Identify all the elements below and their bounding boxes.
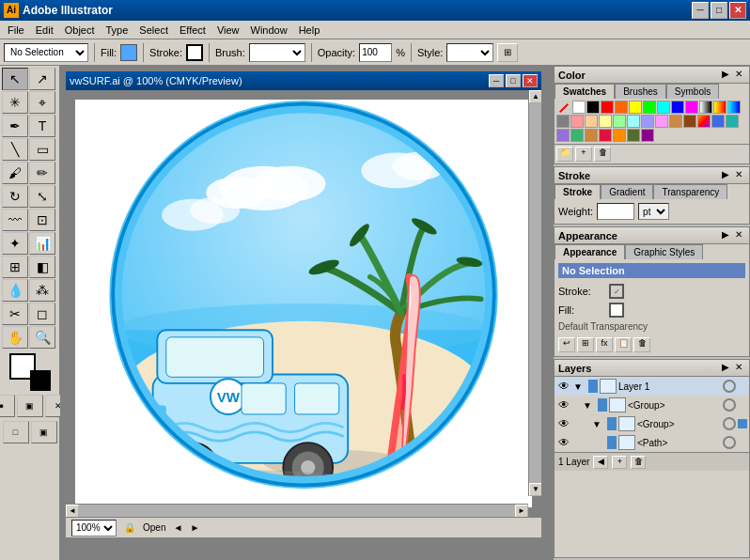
free-transform-tool[interactable]: ⊡ — [29, 209, 55, 231]
appear-btn-4[interactable]: 📋 — [615, 337, 632, 352]
swatch-teal[interactable] — [726, 115, 739, 128]
layer2-target[interactable] — [723, 398, 736, 412]
stroke-swatch[interactable] — [30, 370, 51, 391]
scale-tool[interactable]: ⤡ — [29, 185, 55, 208]
swatch-gradient3[interactable] — [727, 101, 741, 114]
type-tool[interactable]: T — [29, 115, 55, 137]
pen-tool[interactable]: ✒ — [2, 115, 28, 137]
swatch-white[interactable] — [572, 101, 586, 114]
scroll-down-btn[interactable]: ▼ — [529, 483, 541, 496]
rectangle-tool[interactable]: ▭ — [29, 138, 55, 161]
menu-effect[interactable]: Effect — [174, 23, 211, 38]
vertical-scrollbar[interactable]: ▲ ▼ — [528, 90, 541, 496]
layer2-vis[interactable]: 👁 — [556, 397, 571, 412]
layer3-vis[interactable]: 👁 — [556, 416, 571, 431]
color-mode-btn[interactable]: ● — [0, 395, 15, 417]
menu-help[interactable]: Help — [293, 23, 326, 38]
normal-mode-btn[interactable]: □ — [3, 421, 29, 443]
layer1-expand[interactable]: ▼ — [573, 381, 586, 392]
new-swatch-btn[interactable]: + — [575, 147, 592, 162]
appear-btn-2[interactable]: ⊞ — [577, 337, 594, 352]
swatch-brown2[interactable] — [683, 115, 696, 128]
mesh-tool[interactable]: ⊞ — [2, 256, 28, 278]
magic-wand-tool[interactable]: ✳ — [2, 91, 28, 114]
scroll-track-h[interactable] — [79, 505, 515, 517]
swatch-lt-yellow[interactable] — [599, 115, 612, 128]
swatch-dk-orange[interactable] — [613, 129, 626, 142]
stroke-color-box[interactable] — [186, 44, 203, 61]
column-graph-tool[interactable]: 📊 — [29, 232, 55, 255]
stroke-appear-icon[interactable]: ✓ — [609, 284, 624, 299]
scroll-up-btn[interactable]: ▲ — [529, 90, 541, 103]
tab-appearance[interactable]: Appearance — [555, 244, 625, 259]
fullscreen-mode-btn[interactable]: ▣ — [31, 421, 57, 443]
rotate-tool[interactable]: ↻ — [2, 185, 28, 208]
swatch-orange[interactable] — [615, 101, 628, 114]
layer1-vis[interactable]: 👁 — [556, 379, 571, 394]
gradient-mode-btn[interactable]: ▣ — [17, 395, 43, 417]
layer-delete-btn[interactable]: 🗑 — [631, 456, 646, 469]
swatch-dk-magenta[interactable] — [641, 129, 654, 142]
swatch-none[interactable] — [556, 101, 571, 114]
nav-left-btn[interactable]: ◄ — [173, 522, 182, 533]
swatch-black[interactable] — [586, 101, 600, 114]
swatch-gradient1[interactable] — [699, 101, 712, 114]
layer3-expand[interactable]: ▼ — [592, 419, 605, 429]
eraser-tool[interactable]: ◻ — [29, 303, 55, 325]
zoom-tool[interactable]: 🔍 — [29, 326, 55, 349]
fill-color-box[interactable] — [120, 44, 137, 61]
menu-edit[interactable]: Edit — [30, 23, 59, 38]
swatch-blue[interactable] — [671, 101, 684, 114]
direct-selection-tool[interactable]: ↗ — [29, 68, 55, 90]
swatch-red[interactable] — [601, 101, 614, 114]
swatch-royal[interactable] — [711, 115, 725, 128]
opacity-input[interactable] — [359, 43, 392, 62]
line-tool[interactable]: ╲ — [2, 138, 28, 161]
layer2-expand[interactable]: ▼ — [583, 400, 596, 411]
appear-btn-5[interactable]: 🗑 — [633, 337, 650, 352]
selection-tool[interactable]: ↖ — [2, 68, 28, 90]
close-button[interactable]: ✕ — [729, 2, 746, 19]
menu-select[interactable]: Select — [133, 23, 174, 38]
horizontal-scrollbar[interactable]: ◄ ► — [66, 504, 528, 517]
scroll-left-btn[interactable]: ◄ — [66, 505, 79, 517]
scroll-right-btn[interactable]: ► — [515, 505, 528, 517]
swatch-magenta[interactable] — [685, 101, 698, 114]
eyedropper-tool[interactable]: 💧 — [2, 279, 28, 302]
tab-brushes[interactable]: Brushes — [615, 84, 666, 99]
swatch-lt-green[interactable] — [613, 115, 626, 128]
layer4-vis[interactable]: 👁 — [556, 435, 571, 450]
swatch-pinklt[interactable] — [570, 115, 584, 128]
minimize-button[interactable]: ─ — [692, 2, 709, 19]
layer4-target[interactable] — [723, 436, 736, 449]
swatch-dk-olive[interactable] — [627, 129, 640, 142]
menu-type[interactable]: Type — [101, 23, 134, 38]
swatch-green[interactable] — [643, 101, 656, 114]
swatch-crimson[interactable] — [599, 129, 612, 142]
menu-file[interactable]: File — [2, 23, 30, 38]
weight-input[interactable] — [597, 203, 634, 220]
nav-right-btn[interactable]: ► — [190, 522, 199, 533]
scissors-tool[interactable]: ✂ — [2, 303, 28, 325]
delete-swatch-btn[interactable]: 🗑 — [594, 147, 611, 162]
brush-dropdown[interactable] — [249, 43, 305, 62]
fill-appear-icon[interactable] — [609, 303, 624, 318]
doc-maximize-btn[interactable]: □ — [506, 74, 521, 87]
layers-panel-menu-btn[interactable]: ▶ — [719, 362, 732, 375]
layer1-target[interactable] — [723, 380, 736, 393]
doc-close-btn[interactable]: ✕ — [523, 74, 538, 87]
swatch-cyan[interactable] — [657, 101, 670, 114]
swatch-gray1[interactable] — [556, 115, 570, 128]
style-icon-btn[interactable]: ⊞ — [497, 43, 518, 62]
swatch-yellow[interactable] — [629, 101, 642, 114]
color-panel-menu-btn[interactable]: ▶ — [719, 69, 732, 82]
swatch-multi[interactable] — [697, 115, 711, 128]
swatch-peach[interactable] — [585, 115, 598, 128]
blend-tool[interactable]: ⁂ — [29, 279, 55, 302]
symbol-sprayer-tool[interactable]: ✦ — [2, 232, 28, 255]
menu-object[interactable]: Object — [59, 23, 101, 38]
document-canvas[interactable]: VW — [66, 90, 541, 517]
swatch-lt-cyan[interactable] — [627, 115, 640, 128]
style-dropdown[interactable] — [446, 43, 493, 62]
swatch-brown1[interactable] — [669, 115, 682, 128]
